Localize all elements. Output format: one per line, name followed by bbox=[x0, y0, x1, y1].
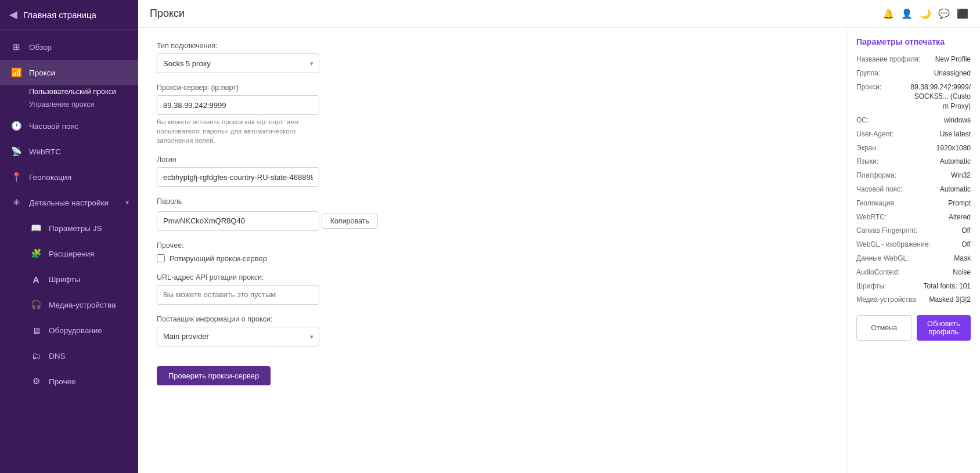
misc-section: Прочее: Ротирующий прокси-сервер bbox=[157, 241, 828, 263]
form-panel: Тип подключения: Socks 5 proxy Socks 4 p… bbox=[138, 28, 846, 473]
page-title: Прокси bbox=[150, 8, 185, 20]
content-area: Тип подключения: Socks 5 proxy Socks 4 p… bbox=[138, 28, 980, 473]
info-label: Название профиля: bbox=[856, 55, 920, 64]
rotating-proxy-checkbox[interactable] bbox=[157, 254, 165, 262]
sidebar-item-label: Часовой пояс bbox=[29, 122, 79, 131]
info-label: Медиа-устройства bbox=[856, 295, 916, 305]
info-label: Прокси: bbox=[856, 82, 906, 111]
user-icon[interactable]: 👤 bbox=[901, 8, 913, 19]
sidebar-item-label: Прокси bbox=[29, 68, 55, 77]
info-value: New Profile bbox=[935, 55, 971, 64]
info-row: Медиа-устройстваMasked 3|3|2 bbox=[856, 295, 971, 305]
sidebar-item-label: Оборудование bbox=[49, 326, 102, 335]
chat-icon[interactable]: 💬 bbox=[938, 8, 950, 19]
info-value: Automatic bbox=[940, 157, 971, 167]
info-value: 89.38.99.242:9999/SOCKS5... (Custom Prox… bbox=[910, 82, 971, 111]
geolocation-icon: 📍 bbox=[9, 170, 23, 184]
connection-type-wrapper: Socks 5 proxy Socks 4 proxy HTTP proxy H… bbox=[157, 53, 319, 73]
sidebar-sub-custom-proxy[interactable]: Пользовательский прокси bbox=[29, 85, 138, 98]
provider-wrapper: Main provider Custom ▾ bbox=[157, 327, 319, 346]
update-profile-button[interactable]: Обновить профиль bbox=[917, 315, 971, 341]
info-label: AudioContext: bbox=[856, 268, 906, 277]
info-label: Группа: bbox=[856, 68, 906, 78]
info-label: Данные WebGL: bbox=[856, 254, 909, 263]
info-row: ОС:windows bbox=[856, 115, 971, 125]
login-label: Логин bbox=[157, 156, 828, 164]
topbar: Прокси 🔔 👤 🌙 💬 ⬛ bbox=[138, 0, 980, 28]
sidebar-item-label: Медиа-устройства bbox=[49, 301, 116, 309]
chevron-down-icon: ▾ bbox=[125, 198, 129, 207]
info-label: Часовой пояс: bbox=[856, 185, 906, 194]
info-label: Экран: bbox=[856, 143, 906, 153]
sidebar-item-label: Детальные настройки bbox=[29, 198, 109, 207]
info-value: Mask bbox=[954, 254, 971, 263]
info-row: Название профиля:New Profile bbox=[856, 55, 971, 64]
sidebar: ◀ Главная страница ⊞ Обзор 📶 Прокси Поль… bbox=[0, 0, 138, 473]
info-row: Экран:1920x1080 bbox=[856, 143, 971, 153]
sidebar-item-webrtc[interactable]: 📡 WebRTC bbox=[0, 139, 138, 164]
api-url-input[interactable] bbox=[157, 285, 319, 305]
panel-actions: Отмена Обновить профиль bbox=[856, 315, 971, 341]
info-row: Canvas Fingerprint:Off bbox=[856, 226, 971, 236]
info-value: 1920x1080 bbox=[936, 143, 971, 153]
rotating-proxy-label[interactable]: Ротирующий прокси-сервер bbox=[170, 254, 267, 263]
theme-icon[interactable]: 🌙 bbox=[920, 8, 931, 19]
sidebar-item-media[interactable]: 🎧 Медиа-устройства bbox=[0, 292, 138, 317]
login-section: Логин bbox=[157, 156, 828, 187]
sidebar-item-extensions[interactable]: 🧩 Расширения bbox=[0, 241, 138, 266]
password-input[interactable] bbox=[157, 211, 319, 231]
provider-label: Поставщик информации о прокси: bbox=[157, 315, 828, 323]
window-icon[interactable]: ⬛ bbox=[957, 8, 968, 19]
sidebar-header[interactable]: ◀ Главная страница bbox=[0, 0, 138, 30]
rotating-proxy-row: Ротирующий прокси-сервер bbox=[157, 254, 828, 263]
info-label: Шрифты: bbox=[856, 281, 906, 291]
back-icon[interactable]: ◀ bbox=[9, 8, 17, 21]
info-value: Automatic bbox=[940, 185, 971, 194]
sidebar-sub-manage-proxy[interactable]: Управление прокси bbox=[29, 98, 138, 111]
right-panel: Параметры отпечатка Название профиля:New… bbox=[846, 28, 980, 473]
copy-button[interactable]: Копировать bbox=[322, 214, 378, 229]
sidebar-item-hardware[interactable]: 🖥 Оборудование bbox=[0, 317, 138, 343]
provider-select[interactable]: Main provider Custom bbox=[157, 327, 319, 346]
dns-icon: 🗂 bbox=[29, 349, 43, 363]
advanced-icon: ✳ bbox=[9, 196, 23, 210]
info-row: Прокси:89.38.99.242:9999/SOCKS5... (Cust… bbox=[856, 82, 971, 111]
sidebar-item-label: Шрифты bbox=[49, 275, 80, 284]
sidebar-item-dns[interactable]: 🗂 DNS bbox=[0, 343, 138, 369]
sidebar-item-advanced[interactable]: ✳ Детальные настройки ▾ bbox=[0, 190, 138, 215]
info-row: Данные WebGL:Mask bbox=[856, 254, 971, 263]
connection-type-section: Тип подключения: Socks 5 proxy Socks 4 p… bbox=[157, 42, 828, 73]
notification-icon[interactable]: 🔔 bbox=[882, 8, 894, 19]
connection-type-select[interactable]: Socks 5 proxy Socks 4 proxy HTTP proxy H… bbox=[157, 53, 319, 73]
timezone-icon: 🕐 bbox=[9, 119, 23, 133]
api-url-section: URL-адрес API ротации прокси: bbox=[157, 273, 828, 305]
info-value: Noise bbox=[953, 268, 971, 277]
media-icon: 🎧 bbox=[29, 298, 43, 312]
check-proxy-button[interactable]: Проверить прокси-сервер bbox=[157, 366, 271, 385]
info-label: ОС: bbox=[856, 115, 906, 125]
sidebar-item-fonts[interactable]: A Шрифты bbox=[0, 266, 138, 292]
provider-section: Поставщик информации о прокси: Main prov… bbox=[157, 315, 828, 346]
sidebar-item-geolocation[interactable]: 📍 Геолокация bbox=[0, 164, 138, 190]
misc-label: Прочее: bbox=[157, 241, 828, 250]
sidebar-item-timezone[interactable]: 🕐 Часовой пояс bbox=[0, 113, 138, 139]
connection-type-label: Тип подключения: bbox=[157, 42, 828, 50]
info-value: Total fonts: 101 bbox=[924, 281, 971, 291]
cancel-button[interactable]: Отмена bbox=[856, 315, 912, 341]
sidebar-item-overview[interactable]: ⊞ Обзор bbox=[0, 34, 138, 60]
info-value: Altered bbox=[949, 212, 971, 222]
extensions-icon: 🧩 bbox=[29, 247, 43, 261]
hardware-icon: 🖥 bbox=[29, 323, 43, 337]
sidebar-item-other[interactable]: ⚙ Прочее bbox=[0, 369, 138, 394]
proxy-server-input[interactable] bbox=[157, 95, 319, 115]
login-input[interactable] bbox=[157, 167, 319, 187]
sidebar-item-label: Прочее bbox=[49, 377, 75, 386]
api-url-label: URL-адрес API ротации прокси: bbox=[157, 273, 828, 281]
sidebar-item-js-params[interactable]: 📖 Параметры JS bbox=[0, 215, 138, 241]
info-value: Masked 3|3|2 bbox=[929, 295, 971, 305]
proxy-server-hint: Вы можете вставить прокси как «ip: порт:… bbox=[157, 117, 319, 145]
sidebar-item-proxy[interactable]: 📶 Прокси bbox=[0, 60, 138, 85]
info-value: windows bbox=[944, 115, 971, 125]
js-params-icon: 📖 bbox=[29, 221, 43, 235]
info-label: User-Agent: bbox=[856, 129, 906, 139]
